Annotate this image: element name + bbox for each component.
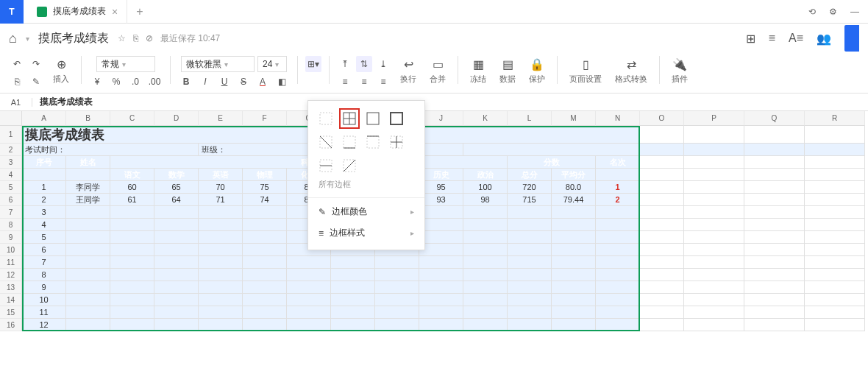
value-cell[interactable]: 75 bbox=[243, 181, 287, 194]
name-cell[interactable] bbox=[66, 219, 110, 231]
list-icon[interactable]: ≡ bbox=[769, 32, 775, 45]
border-outer-option[interactable] bbox=[364, 110, 382, 127]
percent-button[interactable]: % bbox=[108, 74, 124, 90]
decimal-dec-button[interactable]: .0 bbox=[127, 74, 143, 90]
value-cell[interactable] bbox=[287, 306, 331, 319]
number-format-dropdown[interactable]: 常规▾ bbox=[96, 56, 155, 72]
value-cell[interactable] bbox=[552, 231, 596, 244]
value-cell[interactable] bbox=[331, 269, 375, 281]
col-rank[interactable]: 名次 bbox=[596, 156, 640, 169]
value-cell[interactable] bbox=[110, 244, 154, 256]
value-cell[interactable] bbox=[110, 319, 154, 331]
row-header[interactable]: 7 bbox=[0, 206, 22, 219]
cell[interactable] bbox=[744, 156, 805, 169]
value-cell[interactable] bbox=[552, 306, 596, 319]
border-thick-option[interactable] bbox=[388, 110, 405, 127]
cell[interactable] bbox=[805, 156, 865, 169]
col-header[interactable]: M bbox=[552, 111, 596, 126]
value-cell[interactable]: 80.0 bbox=[552, 181, 596, 194]
seq-cell[interactable]: 6 bbox=[22, 244, 66, 256]
row-header[interactable]: 8 bbox=[0, 219, 22, 231]
value-cell[interactable]: 715 bbox=[508, 194, 552, 206]
cell[interactable] bbox=[805, 144, 865, 156]
cell[interactable] bbox=[640, 144, 684, 156]
protect-button[interactable]: 🔒 保护 bbox=[524, 56, 549, 90]
value-cell[interactable] bbox=[419, 244, 463, 256]
cell[interactable] bbox=[744, 306, 805, 319]
value-cell[interactable] bbox=[287, 256, 331, 269]
cell[interactable] bbox=[640, 231, 684, 244]
value-cell[interactable] bbox=[199, 206, 243, 219]
rank-cell[interactable] bbox=[596, 256, 640, 269]
value-cell[interactable] bbox=[508, 256, 552, 269]
currency-button[interactable]: ¥ bbox=[89, 74, 105, 90]
value-cell[interactable] bbox=[154, 244, 199, 256]
row-header[interactable]: 14 bbox=[0, 294, 22, 306]
row-header[interactable]: 9 bbox=[0, 231, 22, 244]
name-cell[interactable]: 王同学 bbox=[66, 194, 110, 206]
value-cell[interactable] bbox=[154, 294, 199, 306]
border-style-menu[interactable]: ≡边框样式 ▸ bbox=[308, 222, 424, 244]
valign-middle-button[interactable]: ⇅ bbox=[356, 56, 372, 72]
cell[interactable] bbox=[684, 169, 744, 181]
cell[interactable] bbox=[640, 126, 684, 144]
col-header[interactable]: C bbox=[110, 111, 154, 126]
value-cell[interactable] bbox=[419, 219, 463, 231]
cell[interactable] bbox=[744, 244, 805, 256]
cell[interactable] bbox=[744, 126, 805, 144]
value-cell[interactable] bbox=[243, 281, 287, 294]
row-header[interactable]: 11 bbox=[0, 256, 22, 269]
value-cell[interactable] bbox=[154, 231, 199, 244]
value-cell[interactable] bbox=[419, 269, 463, 281]
new-tab-button[interactable]: + bbox=[127, 5, 152, 18]
insert-button[interactable]: ⊕ 插入 bbox=[49, 56, 74, 90]
share-button[interactable] bbox=[844, 25, 859, 52]
cell[interactable] bbox=[805, 169, 865, 181]
col-header[interactable]: B bbox=[66, 111, 110, 126]
seq-cell[interactable]: 2 bbox=[22, 194, 66, 206]
cell[interactable] bbox=[744, 231, 805, 244]
page-setup-button[interactable]: ▯ 页面设置 bbox=[565, 56, 606, 90]
align-right-button[interactable]: ≡ bbox=[375, 74, 391, 90]
value-cell[interactable] bbox=[199, 319, 243, 331]
name-cell[interactable] bbox=[66, 306, 110, 319]
value-cell[interactable] bbox=[552, 281, 596, 294]
folder-icon[interactable]: ⎘ bbox=[133, 33, 138, 43]
text-format-icon[interactable]: A≡ bbox=[789, 32, 803, 45]
subject-header[interactable]: 语文 bbox=[110, 169, 154, 181]
strike-button[interactable]: S bbox=[235, 74, 252, 90]
value-cell[interactable]: 70 bbox=[199, 181, 243, 194]
row-header[interactable]: 10 bbox=[0, 244, 22, 256]
value-cell[interactable] bbox=[463, 244, 508, 256]
seq-cell[interactable]: 4 bbox=[22, 219, 66, 231]
value-cell[interactable] bbox=[419, 206, 463, 219]
value-cell[interactable] bbox=[375, 256, 419, 269]
col-header[interactable]: P bbox=[684, 111, 744, 126]
value-cell[interactable] bbox=[419, 231, 463, 244]
minimize-icon[interactable]: — bbox=[850, 7, 859, 17]
row-header[interactable]: 13 bbox=[0, 281, 22, 294]
merge-button[interactable]: ▭ 合并 bbox=[425, 56, 450, 90]
value-cell[interactable] bbox=[463, 206, 508, 219]
cell[interactable] bbox=[744, 144, 805, 156]
cell[interactable] bbox=[805, 219, 865, 231]
cell[interactable] bbox=[66, 169, 110, 181]
cell[interactable] bbox=[805, 244, 865, 256]
value-cell[interactable]: 720 bbox=[508, 181, 552, 194]
align-left-button[interactable]: ≡ bbox=[337, 74, 353, 90]
cell[interactable] bbox=[640, 206, 684, 219]
value-cell[interactable] bbox=[419, 281, 463, 294]
col-header[interactable]: O bbox=[640, 111, 684, 126]
fill-color-button[interactable]: ◧ bbox=[274, 74, 290, 90]
subject-header[interactable]: 平均分 bbox=[552, 169, 596, 181]
value-cell[interactable]: 60 bbox=[110, 181, 154, 194]
value-cell[interactable] bbox=[199, 256, 243, 269]
home-icon[interactable]: ⌂ bbox=[9, 31, 17, 46]
valign-bottom-button[interactable]: ⤓ bbox=[375, 56, 391, 72]
format-convert-button[interactable]: ⇄ 格式转换 bbox=[611, 56, 652, 90]
cell[interactable] bbox=[805, 181, 865, 194]
value-cell[interactable] bbox=[199, 244, 243, 256]
wrap-button[interactable]: ↩ 换行 bbox=[396, 56, 421, 90]
col-header[interactable]: F bbox=[243, 111, 287, 126]
cell[interactable] bbox=[640, 244, 684, 256]
